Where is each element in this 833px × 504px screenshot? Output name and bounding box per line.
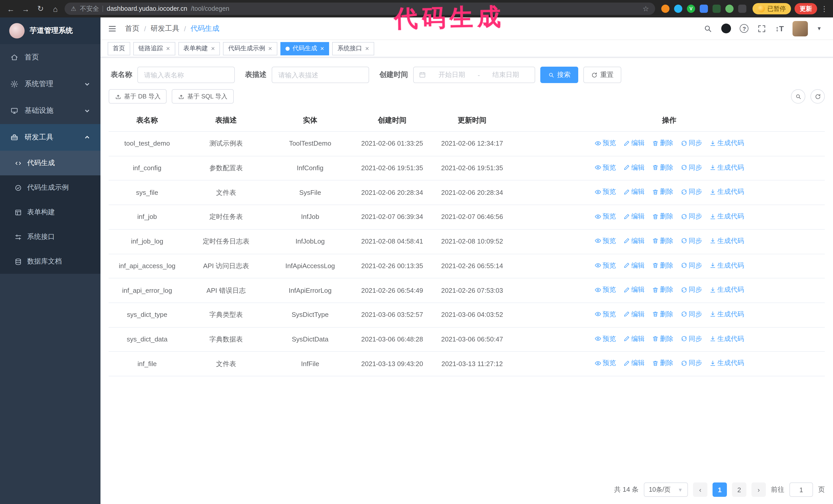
bookmark-star-icon[interactable]: ☆ [643,5,649,13]
pencil-action-link[interactable]: 编辑 [623,285,645,295]
eye-action-link[interactable]: 预览 [594,187,616,197]
pencil-action-link[interactable]: 编辑 [623,187,645,197]
trash-action-link[interactable]: 删除 [652,236,673,246]
pencil-action-link[interactable]: 编辑 [623,309,645,319]
browser-menu-icon[interactable]: ⋮ [821,5,828,13]
sync-action-link[interactable]: 同步 [681,236,702,246]
sidebar-toggle-hamburger-icon[interactable] [108,24,117,33]
sidebar-item-codegen-demo[interactable]: 代码生成示例 [0,175,100,200]
toggle-search-button[interactable] [791,89,805,103]
eye-action-link[interactable]: 预览 [594,162,616,172]
trash-action-link[interactable]: 删除 [652,260,673,270]
sidebar-item-api[interactable]: 系统接口 [0,224,100,249]
github-icon[interactable] [721,24,731,33]
download-action-link[interactable]: 生成代码 [709,162,744,172]
eye-action-link[interactable]: 预览 [594,334,616,344]
breadcrumb-home[interactable]: 首页 [125,24,139,33]
search-icon[interactable] [704,24,713,33]
table-desc-input[interactable] [272,67,369,83]
help-icon[interactable]: ? [740,24,749,33]
back-button[interactable]: ← [5,3,17,14]
tab-trace[interactable]: 链路追踪× [133,42,175,55]
pencil-action-link[interactable]: 编辑 [623,260,645,270]
forward-button[interactable]: → [20,3,31,14]
sync-action-link[interactable]: 同步 [681,309,702,319]
reset-button[interactable]: 重置 [584,67,621,83]
goto-page-input[interactable] [789,482,813,497]
pencil-action-link[interactable]: 编辑 [623,138,645,148]
extension-icon[interactable] [674,5,682,13]
tab-codegen-demo[interactable]: 代码生成示例× [223,42,277,55]
sidebar-item-system[interactable]: 系统管理 [0,71,100,97]
download-action-link[interactable]: 生成代码 [709,358,744,368]
sync-action-link[interactable]: 同步 [681,187,702,197]
update-button[interactable]: 更新 [794,3,817,14]
eye-action-link[interactable]: 预览 [594,236,616,246]
extension-icon[interactable] [713,5,721,13]
import-sql-button[interactable]: 基于 SQL 导入 [172,89,234,103]
trash-action-link[interactable]: 删除 [652,285,673,295]
trash-action-link[interactable]: 删除 [652,358,673,368]
pencil-action-link[interactable]: 编辑 [623,334,645,344]
close-icon[interactable]: × [268,45,272,52]
sync-action-link[interactable]: 同步 [681,260,702,270]
pencil-action-link[interactable]: 编辑 [623,236,645,246]
close-icon[interactable]: × [365,45,369,52]
sync-action-link[interactable]: 同步 [681,211,702,221]
download-action-link[interactable]: 生成代码 [709,285,744,295]
download-action-link[interactable]: 生成代码 [709,187,744,197]
breadcrumb-devtools[interactable]: 研发工具 [151,24,180,33]
close-icon[interactable]: × [211,45,215,52]
sidebar-item-home[interactable]: 首页 [0,44,100,71]
download-action-link[interactable]: 生成代码 [709,260,744,270]
sync-action-link[interactable]: 同步 [681,358,702,368]
eye-action-link[interactable]: 预览 [594,138,616,148]
tab-home[interactable]: 首页 [108,42,130,55]
download-action-link[interactable]: 生成代码 [709,211,744,221]
paused-badge[interactable]: 已暂停 [753,3,791,14]
page-button-2[interactable]: 2 [732,482,746,497]
url-bar[interactable]: ⚠ 不安全 dashboard.yudao.iocoder.cn/tool/co… [65,3,655,15]
pencil-action-link[interactable]: 编辑 [623,358,645,368]
pencil-action-link[interactable]: 编辑 [623,162,645,172]
download-action-link[interactable]: 生成代码 [709,236,744,246]
sidebar-item-codegen[interactable]: 代码生成 [0,151,100,175]
tab-api[interactable]: 系统接口× [332,42,374,55]
eye-action-link[interactable]: 预览 [594,309,616,319]
font-size-icon[interactable]: ↕T [775,24,784,33]
close-icon[interactable]: × [320,45,324,52]
sync-action-link[interactable]: 同步 [681,334,702,344]
user-menu-caret-icon[interactable]: ▼ [816,26,822,31]
page-button-1[interactable]: 1 [713,482,727,497]
create-time-range-picker[interactable]: 开始日期 - 结束日期 [413,67,535,83]
download-action-link[interactable]: 生成代码 [709,309,744,319]
eye-action-link[interactable]: 预览 [594,211,616,221]
close-icon[interactable]: × [166,45,170,52]
trash-action-link[interactable]: 删除 [652,334,673,344]
user-avatar[interactable] [792,21,808,36]
next-page-button[interactable]: › [752,482,766,497]
sidebar-item-db-doc[interactable]: 数据库文档 [0,249,100,274]
download-action-link[interactable]: 生成代码 [709,334,744,344]
sidebar-item-infra[interactable]: 基础设施 [0,97,100,124]
eye-action-link[interactable]: 预览 [594,358,616,368]
trash-action-link[interactable]: 删除 [652,187,673,197]
refresh-table-button[interactable] [810,89,825,103]
trash-action-link[interactable]: 删除 [652,309,673,319]
sidebar-item-form-builder[interactable]: 表单构建 [0,200,100,224]
sync-action-link[interactable]: 同步 [681,162,702,172]
download-action-link[interactable]: 生成代码 [709,138,744,148]
import-db-button[interactable]: 基于 DB 导入 [109,89,167,103]
extension-icon[interactable] [661,5,669,13]
logo[interactable]: 芋道管理系统 [0,18,100,44]
home-button[interactable]: ⌂ [50,3,61,14]
prev-page-button[interactable]: ‹ [693,482,708,497]
tab-form-builder[interactable]: 表单构建× [178,42,220,55]
trash-action-link[interactable]: 删除 [652,211,673,221]
fullscreen-icon[interactable] [757,24,767,33]
eye-action-link[interactable]: 预览 [594,260,616,270]
reload-button[interactable]: ↻ [35,3,46,14]
sync-action-link[interactable]: 同步 [681,138,702,148]
sidebar-item-devtools[interactable]: 研发工具 [0,124,100,151]
trash-action-link[interactable]: 删除 [652,162,673,172]
